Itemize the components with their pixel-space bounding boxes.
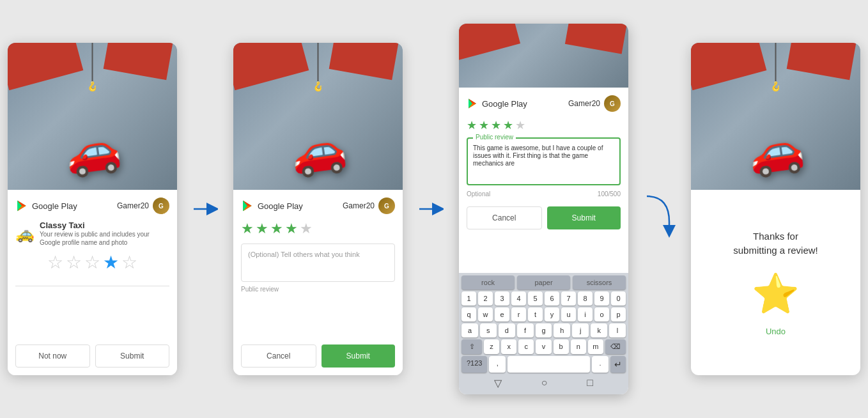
key-x[interactable]: x: [501, 339, 516, 354]
avatar2: G: [378, 197, 395, 214]
star3-5[interactable]: ★: [515, 118, 525, 132]
key-9[interactable]: 9: [594, 291, 609, 306]
key-d[interactable]: d: [499, 323, 515, 337]
key-b[interactable]: b: [554, 339, 569, 354]
key-space[interactable]: [508, 356, 590, 373]
panel1-buttons: Not now Submit: [15, 344, 169, 368]
key-6[interactable]: 6: [545, 291, 559, 306]
google-play-icon2: [241, 199, 254, 212]
backspace-key[interactable]: ⌫: [605, 339, 626, 354]
key-2[interactable]: 2: [478, 291, 493, 306]
cancel-button2[interactable]: Cancel: [241, 344, 316, 368]
submit-button2[interactable]: Submit: [322, 344, 396, 368]
key-v[interactable]: v: [536, 339, 551, 354]
keyboard-nav: ▽ ○ □: [461, 375, 626, 392]
key-r[interactable]: r: [511, 307, 526, 321]
star-3[interactable]: ☆: [84, 252, 100, 273]
undo-link[interactable]: Undo: [766, 327, 786, 336]
cancel-button3[interactable]: Cancel: [467, 206, 542, 229]
keyboard-bottom-row: ?123 , . ↵: [461, 356, 626, 373]
panel2-buttons: Cancel Submit: [241, 344, 395, 368]
star3-3[interactable]: ★: [491, 118, 501, 132]
key-a[interactable]: a: [461, 323, 478, 337]
key-w[interactable]: w: [478, 307, 493, 321]
key-k[interactable]: k: [591, 323, 607, 337]
key-period[interactable]: .: [592, 356, 608, 373]
crane4: 🪝: [770, 43, 781, 91]
key-m[interactable]: m: [588, 339, 603, 354]
key-comma[interactable]: ,: [489, 356, 506, 373]
key-t[interactable]: t: [528, 307, 543, 321]
key-1[interactable]: 1: [461, 291, 476, 306]
nav-back[interactable]: ▽: [494, 377, 502, 389]
panel3-header: Google Play Gamer20 G: [467, 95, 621, 112]
submit-button[interactable]: Submit: [95, 344, 170, 368]
taxi-car4: 🚗: [745, 121, 807, 180]
google-play-label2: Google Play: [258, 201, 303, 211]
key-i[interactable]: i: [578, 307, 593, 321]
panel3-game-bg: [459, 24, 628, 88]
avatar3: G: [604, 95, 621, 112]
star2-5[interactable]: ★: [300, 221, 313, 237]
key-z[interactable]: z: [484, 339, 499, 354]
key-h[interactable]: h: [554, 323, 570, 337]
key-g[interactable]: g: [536, 323, 552, 337]
star2-4[interactable]: ★: [285, 221, 298, 237]
username-label3: Gamer20: [568, 99, 600, 108]
key-4[interactable]: 4: [511, 291, 526, 306]
stars-rating-row[interactable]: ☆ ☆ ☆ ★ ☆: [15, 252, 169, 273]
divider: [15, 286, 169, 286]
stars-row2[interactable]: ★ ★ ★ ★ ★: [241, 221, 395, 237]
username-label2: Gamer20: [343, 201, 375, 210]
suggest-rock[interactable]: rock: [461, 275, 515, 290]
not-now-button[interactable]: Not now: [15, 344, 90, 368]
key-5[interactable]: 5: [528, 291, 543, 306]
key-q[interactable]: q: [461, 307, 476, 321]
review-input[interactable]: (Optional) Tell others what you think: [241, 244, 395, 282]
key-l[interactable]: l: [609, 323, 626, 337]
optional-label: Optional: [467, 190, 490, 203]
key-enter[interactable]: ↵: [610, 356, 626, 373]
key-j[interactable]: j: [572, 323, 589, 337]
nav-square[interactable]: □: [587, 377, 593, 389]
shift-key[interactable]: ⇧: [461, 339, 482, 354]
google-play-logo2: Google Play: [241, 199, 303, 212]
star-1[interactable]: ☆: [47, 252, 63, 273]
panel2-dialog: Google Play Gamer20 G ★ ★ ★ ★ ★ (Optiona…: [233, 190, 403, 375]
key-f[interactable]: f: [517, 323, 534, 337]
key-symbols[interactable]: ?123: [461, 356, 487, 373]
key-8[interactable]: 8: [578, 291, 593, 306]
submit-button3[interactable]: Submit: [547, 206, 621, 229]
app-name: Classy Taxi: [40, 221, 169, 230]
crane-hook-shape4: 🪝: [770, 81, 781, 91]
key-e[interactable]: e: [495, 307, 509, 321]
suggest-scissors[interactable]: scissors: [573, 275, 626, 290]
star3-2[interactable]: ★: [479, 118, 489, 132]
key-y[interactable]: y: [545, 307, 559, 321]
star-4[interactable]: ★: [103, 252, 119, 273]
star-2[interactable]: ☆: [66, 252, 82, 273]
review-textarea[interactable]: Public review This game is awesome, but …: [467, 137, 621, 185]
keyboard-numbers-row: 1 2 3 4 5 6 7 8 9 0: [461, 291, 626, 306]
star-5[interactable]: ☆: [121, 252, 137, 273]
key-n[interactable]: n: [571, 339, 586, 354]
key-c[interactable]: c: [518, 339, 534, 354]
star2-3[interactable]: ★: [270, 221, 283, 237]
nav-home[interactable]: ○: [541, 377, 548, 389]
key-p[interactable]: p: [611, 307, 626, 321]
key-3[interactable]: 3: [495, 291, 509, 306]
stars-row3[interactable]: ★ ★ ★ ★ ★: [467, 118, 621, 132]
key-u[interactable]: u: [561, 307, 576, 321]
key-o[interactable]: o: [594, 307, 609, 321]
star2-1[interactable]: ★: [241, 221, 254, 237]
panel3-buttons: Cancel Submit: [467, 206, 621, 229]
username-label: Gamer20: [117, 201, 149, 210]
star2-2[interactable]: ★: [256, 221, 268, 237]
key-0[interactable]: 0: [611, 291, 626, 306]
suggest-paper[interactable]: paper: [517, 275, 570, 290]
star3-1[interactable]: ★: [467, 118, 477, 132]
app-icon: 🚕: [15, 225, 35, 243]
key-s[interactable]: s: [480, 323, 497, 337]
star3-4[interactable]: ★: [503, 118, 513, 132]
key-7[interactable]: 7: [561, 291, 576, 306]
